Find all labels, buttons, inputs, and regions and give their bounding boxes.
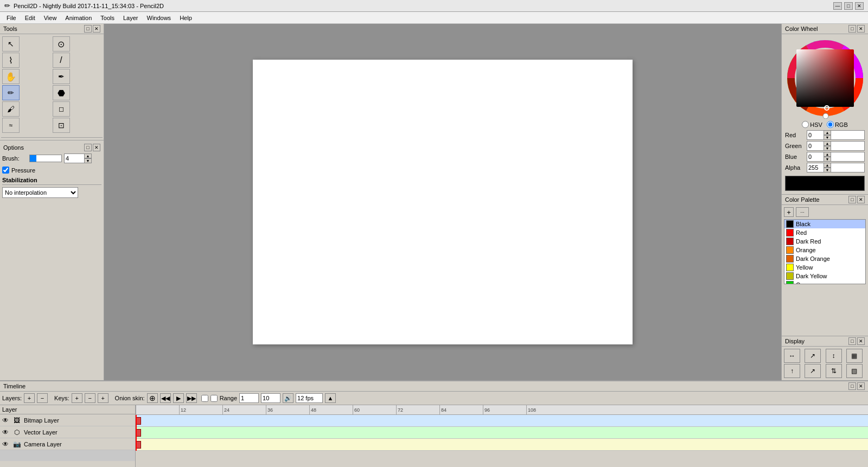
go-start-button[interactable]: ◀◀	[160, 393, 171, 403]
onion-skin-icon[interactable]: ⊕	[147, 393, 158, 403]
blue-spin-down[interactable]: ▼	[824, 157, 831, 162]
fps-up-button[interactable]: ▲	[325, 393, 336, 403]
palette-item-green[interactable]: Green	[784, 280, 865, 284]
color-palette-close-button[interactable]: ✕	[857, 196, 865, 203]
vector-layer-eye-icon[interactable]: 👁	[2, 428, 10, 436]
remove-layer-button[interactable]: −	[37, 393, 48, 403]
display-overlay-button[interactable]: ▦	[846, 349, 863, 363]
display-flip-h-button[interactable]: ↔	[784, 349, 800, 363]
fill-tool-btn[interactable]: ⬣	[53, 85, 70, 100]
camera-layer-eye-icon[interactable]: 👁	[2, 440, 10, 448]
menu-view[interactable]: View	[40, 14, 61, 22]
palette-item-dark-orange[interactable]: Dark Orange	[784, 254, 865, 263]
palette-item-yellow[interactable]: Yellow	[784, 263, 865, 272]
blue-spin-up[interactable]: ▲	[824, 152, 831, 157]
blue-input-wrapper[interactable]: ▲ ▼	[807, 152, 865, 162]
bitmap-track[interactable]	[136, 415, 868, 427]
menu-tools[interactable]: Tools	[96, 14, 119, 22]
display-tilt-button[interactable]: ↗	[805, 349, 821, 363]
green-spin-down[interactable]: ▼	[824, 146, 831, 151]
bitmap-layer-eye-icon[interactable]: 👁	[2, 417, 10, 424]
interpolation-select[interactable]: No interpolation Linear Quadratic	[2, 187, 78, 198]
menu-edit[interactable]: Edit	[21, 14, 40, 22]
vector-track[interactable]	[136, 427, 868, 439]
maximize-button[interactable]: □	[844, 2, 853, 10]
paint-tool-btn[interactable]: 🖌	[2, 101, 20, 117]
hsv-option[interactable]: HSV	[802, 121, 822, 128]
display-close-button[interactable]: ✕	[857, 337, 865, 345]
display-arrow-up-button[interactable]: ↑	[784, 364, 800, 378]
display-flip-v-button[interactable]: ↕	[826, 349, 842, 363]
display-flip-vert-button[interactable]: ⇅	[826, 364, 842, 378]
brush-spinbox[interactable]: ▲ ▼	[64, 153, 91, 163]
alpha-spin-up[interactable]: ▲	[824, 163, 831, 168]
palette-item-dark-yellow[interactable]: Dark Yellow	[784, 272, 865, 280]
remove-key-button[interactable]: −	[85, 393, 95, 403]
add-key-button[interactable]: +	[72, 393, 82, 403]
menu-animation[interactable]: Animation	[61, 14, 96, 22]
sound-btn[interactable]: 🔊	[283, 393, 293, 403]
timeline-track-area[interactable]: 12 24 36 48 60 72 84 96 108	[136, 405, 868, 467]
go-end-button[interactable]: ▶▶	[186, 393, 197, 403]
color-palette-float-button[interactable]: □	[848, 196, 856, 203]
play-button[interactable]: ▶	[173, 393, 184, 403]
smudge-tool-btn[interactable]: ≈	[2, 118, 20, 133]
brush-slider[interactable]	[29, 155, 62, 162]
color-wheel-float-button[interactable]: □	[848, 25, 856, 33]
palette-item-red[interactable]: Red	[784, 228, 865, 237]
camera-layer-row[interactable]: 👁 📷 Camera Layer	[0, 438, 135, 450]
menu-file[interactable]: File	[2, 14, 21, 22]
range-end-spinbox[interactable]: 10	[261, 393, 280, 403]
bitmap-layer-row[interactable]: 👁 🖼 Bitmap Layer	[0, 414, 135, 426]
palette-item-dark-red[interactable]: Dark Red	[784, 237, 865, 246]
minimize-button[interactable]: —	[833, 2, 842, 10]
tools-float-button[interactable]: □	[84, 25, 92, 33]
dupe-key-button[interactable]: +	[98, 393, 108, 403]
palette-add-button[interactable]: +	[784, 207, 794, 217]
loop-checkbox[interactable]	[201, 395, 208, 402]
color-wheel-svg[interactable]	[784, 37, 866, 119]
green-spin-up[interactable]: ▲	[824, 141, 831, 146]
display-diagonal-button[interactable]: ↗	[805, 364, 821, 378]
palette-menu-button[interactable]: ···	[796, 207, 809, 217]
camera-track[interactable]	[136, 439, 868, 451]
fps-spinbox[interactable]: 12 fps	[296, 393, 323, 403]
red-input-wrapper[interactable]: ▲ ▼	[807, 130, 865, 140]
menu-help[interactable]: Help	[175, 14, 196, 22]
pressure-checkbox[interactable]	[2, 167, 9, 174]
menu-windows[interactable]: Windows	[143, 14, 176, 22]
display-float-button[interactable]: □	[848, 337, 856, 345]
color-wheel-close-button[interactable]: ✕	[857, 25, 865, 33]
menu-layer[interactable]: Layer	[119, 14, 143, 22]
close-button[interactable]: ✕	[855, 2, 864, 10]
erase-tool-btn[interactable]: ◻	[53, 101, 70, 117]
red-spin-up[interactable]: ▲	[824, 130, 831, 135]
brush-spin-up[interactable]: ▲	[84, 153, 92, 158]
drawing-canvas[interactable]	[253, 60, 633, 344]
blue-input[interactable]	[807, 153, 824, 160]
add-layer-button[interactable]: +	[24, 393, 35, 403]
red-spin-down[interactable]: ▼	[824, 135, 831, 140]
palette-item-orange[interactable]: Orange	[784, 246, 865, 254]
pencil-tool-btn[interactable]: ✏	[2, 85, 20, 100]
range-start-spinbox[interactable]: 1	[239, 393, 259, 403]
options-close-button[interactable]: ✕	[93, 144, 100, 151]
brush-spin-down[interactable]: ▼	[84, 158, 92, 163]
eraser2-tool-btn[interactable]: ⊡	[53, 118, 70, 133]
tools-close-button[interactable]: ✕	[93, 25, 100, 33]
timeline-float-button[interactable]: □	[848, 382, 856, 390]
green-input[interactable]	[807, 143, 824, 149]
timeline-close-button[interactable]: ✕	[857, 382, 865, 390]
timeline-playhead[interactable]	[136, 415, 137, 451]
canvas-area[interactable]	[104, 24, 781, 380]
options-float-button[interactable]: □	[84, 144, 92, 151]
hand-tool-btn[interactable]: ✋	[2, 69, 20, 84]
red-input[interactable]	[807, 132, 824, 138]
eyedropper-tool-btn[interactable]: /	[53, 53, 70, 68]
lasso-tool-btn[interactable]: ⌇	[2, 53, 20, 68]
pen-tool-btn[interactable]: ✒	[53, 69, 70, 84]
rgb-option[interactable]: RGB	[827, 121, 848, 128]
alpha-input[interactable]	[807, 164, 824, 171]
green-input-wrapper[interactable]: ▲ ▼	[807, 141, 865, 151]
hsv-radio[interactable]	[802, 121, 809, 128]
